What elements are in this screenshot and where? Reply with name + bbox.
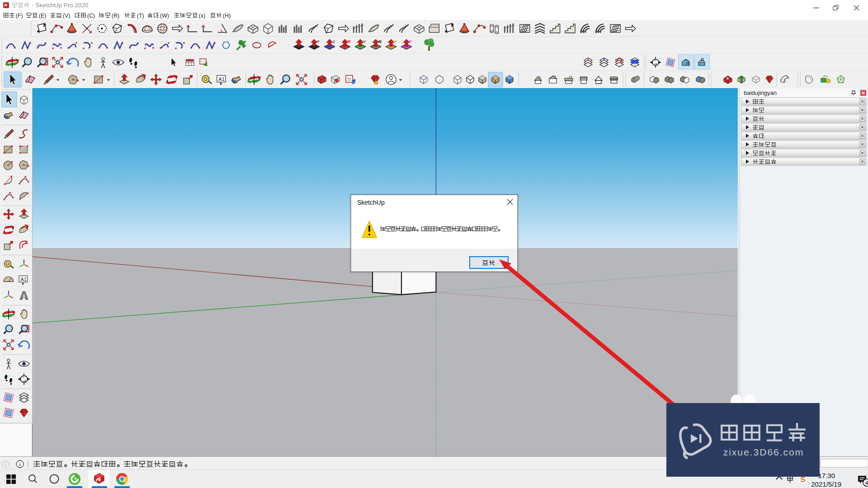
svg-text:(F): (F) [16,13,23,19]
svg-text:=: = [317,39,320,44]
svg-text:F: F [409,39,412,44]
svg-text:zixue.3D66.com: zixue.3D66.com [723,447,804,457]
svg-text:X: X [394,39,397,44]
svg-text:(C): (C) [87,13,95,19]
svg-text:A1: A1 [218,76,225,82]
svg-text:SketchUp: SketchUp [357,199,385,206]
svg-text:S: S [587,57,590,61]
svg-text:C: C [23,376,24,379]
svg-text:4: 4 [865,480,868,486]
svg-text:(T): (T) [137,13,144,19]
svg-text:V: V [363,39,366,44]
svg-text:2021/5/19: 2021/5/19 [811,480,841,488]
svg-text:(W): (W) [160,13,169,19]
svg-text:17:30: 17:30 [818,472,835,479]
svg-text:(x): (x) [199,13,206,19]
svg-text:(R): (R) [112,13,119,19]
svg-text:(V): (V) [63,13,71,19]
svg-text:N: N [378,39,382,44]
svg-text:AB: AB [23,380,26,382]
svg-text:C: C [655,59,656,62]
svg-text:- SketchUp Pro 2020: - SketchUp Pro 2020 [32,2,88,9]
svg-text:R: R [348,39,351,44]
svg-text:(H): (H) [223,13,231,19]
svg-text:A1: A1 [20,277,26,282]
svg-text:baidujingyan: baidujingyan [744,89,777,96]
svg-text:(E): (E) [39,13,47,19]
svg-text:J: J [332,39,335,44]
svg-text:AB: AB [655,63,658,66]
svg-text:S: S [726,77,729,80]
